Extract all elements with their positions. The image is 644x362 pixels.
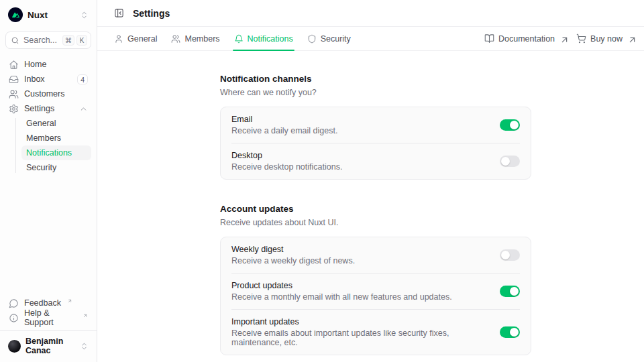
sidebar-item-security[interactable]: Security [21,160,91,175]
footer-item-label: Help & Support [24,308,76,327]
shield-icon [307,34,317,44]
home-icon [9,60,19,70]
gear-icon [9,104,19,114]
setting-row-desktop: Desktop Receive desktop notifications. [221,143,531,179]
collapse-sidebar-button[interactable] [112,7,125,20]
product-updates-toggle[interactable] [500,286,520,297]
tab-label: Members [184,34,219,44]
setting-description: Receive a monthly email with all new fea… [231,292,452,302]
setting-label: Email [231,115,337,124]
help-support-link[interactable]: Help & Support [5,310,91,325]
user-name: Benjamin Canac [25,337,75,355]
settings-sub-list: General Members Notifications Security [5,116,91,175]
kbd-meta: ⌘ [62,35,74,46]
user-menu[interactable]: Benjamin Canac [5,331,91,357]
shopping-cart-icon [576,34,586,44]
external-link-icon [627,35,637,45]
users-icon [171,34,180,44]
users-icon [9,89,19,99]
sub-item-label: General [26,119,56,128]
sub-item-label: Security [26,163,56,172]
section-account-updates: Account updates Receive updates about Nu… [220,204,531,355]
inbox-count-badge: 4 [77,74,88,84]
chevron-up-icon [79,105,88,113]
app-window: Nuxt Search... ⌘ K Home Inbox 4 [0,0,644,362]
sidebar-item-general[interactable]: General [21,116,91,131]
tab-label: Security [321,34,351,44]
setting-label: Weekly digest [231,245,355,254]
sidebar-item-label: Settings [24,104,54,113]
setting-row-weekly-digest: Weekly digest Receive a weekly digest of… [221,237,531,273]
tab-label: Notifications [248,34,293,44]
inbox-icon [9,74,19,84]
sidebar-item-settings[interactable]: Settings [5,101,91,116]
section-description: Receive updates about Nuxt UI. [220,218,531,227]
setting-label: Important updates [231,317,489,326]
bell-icon [234,34,244,44]
sub-item-label: Members [26,133,61,143]
sidebar-item-customers[interactable]: Customers [5,86,91,101]
chat-bubble-icon [9,298,19,308]
tabbar: General Members Notifications Security [97,27,644,51]
settings-card: Weekly digest Receive a weekly digest of… [220,237,531,355]
tab-notifications[interactable]: Notifications [234,27,293,50]
documentation-button[interactable]: Documentation [484,32,570,45]
desktop-toggle[interactable] [500,156,520,167]
important-updates-toggle[interactable] [500,326,520,338]
user-icon [114,34,123,44]
avatar [8,340,21,353]
tab-label: General [127,34,157,44]
external-link-icon [559,35,570,45]
setting-row-email: Email Receive a daily email digest. [221,107,531,143]
search-icon [11,36,19,45]
sidebar-footer: Feedback Help & Support Benjamin Canac [5,296,91,357]
sidebar-item-members[interactable]: Members [21,131,91,145]
search-input[interactable]: Search... ⌘ K [5,32,91,49]
nuxt-logo-icon [8,7,23,22]
email-toggle[interactable] [500,119,520,131]
sub-item-label: Notifications [26,148,72,158]
setting-description: Receive a weekly digest of news. [231,256,355,265]
main-panel: Settings General Members Notifications [97,0,644,362]
section-title: Notification channels [220,74,531,84]
tabbar-actions: Documentation Buy now [484,27,637,50]
tab-security[interactable]: Security [307,27,351,50]
settings-content: Notification channels Where can we notif… [97,51,644,362]
buy-now-button[interactable]: Buy now [576,32,637,45]
footer-item-label: Feedback [24,298,61,308]
settings-card: Email Receive a daily email digest. Desk… [220,107,531,180]
tabs: General Members Notifications Security [114,27,351,50]
sidebar-item-inbox[interactable]: Inbox 4 [5,72,91,86]
weekly-digest-toggle[interactable] [500,249,520,261]
setting-row-product-updates: Product updates Receive a monthly email … [221,274,531,309]
team-switcher[interactable]: Nuxt [5,5,91,24]
sidebar-item-label: Customers [24,89,64,99]
setting-row-important-updates: Important updates Receive emails about i… [221,310,531,355]
search-placeholder: Search... [23,36,57,45]
book-open-icon [484,34,494,44]
tab-general[interactable]: General [114,27,157,50]
action-label: Documentation [498,34,555,44]
tab-members[interactable]: Members [171,27,219,50]
action-label: Buy now [590,34,623,44]
panel-left-close-icon [114,8,124,18]
setting-label: Product updates [231,281,452,290]
page-title: Settings [133,8,170,19]
info-circle-icon [9,313,19,323]
sidebar-item-label: Home [24,60,46,69]
team-name: Nuxt [28,10,48,20]
external-link-icon [83,313,88,318]
setting-description: Receive a daily email digest. [231,126,337,135]
sidebar-nav: Home Inbox 4 Customers Settings General [5,57,91,175]
sidebar: Nuxt Search... ⌘ K Home Inbox 4 [0,0,97,362]
section-notification-channels: Notification channels Where can we notif… [220,74,531,180]
sidebar-item-label: Inbox [24,74,45,84]
chevrons-up-down-icon [80,342,89,351]
sidebar-item-home[interactable]: Home [5,57,91,72]
sidebar-item-notifications[interactable]: Notifications [21,145,91,160]
section-description: Where can we notify you? [220,88,531,97]
kbd-k: K [76,35,87,46]
page-titlebar: Settings [97,0,644,27]
setting-description: Receive desktop notifications. [231,162,342,172]
setting-label: Desktop [231,151,342,160]
